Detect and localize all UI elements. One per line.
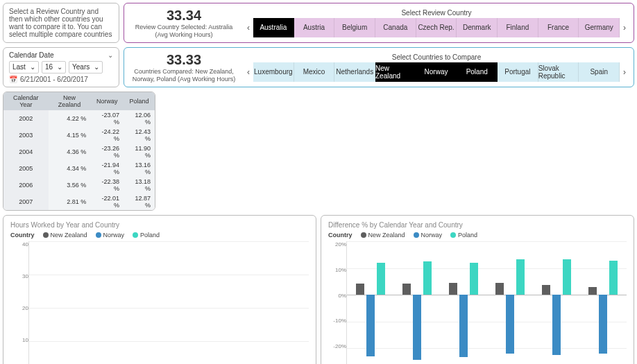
table-cell: 2006 (3, 177, 49, 193)
table-row: 20034.15 %-24.22 %12.43 % (3, 127, 155, 144)
review-kpi-sub2: (Avg Working Hours) (128, 31, 239, 39)
slicer-item-netherlands[interactable]: Netherlands (334, 62, 375, 82)
difference-table-grid: Calendar YearNew ZealandNorwayPoland2002… (3, 92, 155, 210)
slicer-item-canada[interactable]: Canada (375, 18, 416, 37)
legend-swatch (450, 232, 456, 238)
slicer-item-slovak-republic[interactable]: Slovak Republic (538, 62, 579, 82)
intro-text-content: Select a Review Country and then which o… (9, 8, 113, 38)
table-row: 20044.36 %-23.26 %11.90 % (3, 144, 155, 160)
legend-swatch (43, 232, 49, 238)
slicer-item-finland[interactable]: Finland (498, 18, 538, 37)
slicer-item-luxembourg[interactable]: Luxembourg (253, 62, 294, 82)
review-slicer: ‹AustraliaAustriaBelgiumCanadaCzech Rep.… (244, 18, 629, 37)
bar[interactable] (552, 241, 561, 364)
table-cell: 2005 (3, 160, 49, 177)
legend-swatch (361, 232, 366, 238)
bar[interactable] (563, 241, 571, 364)
table-cell: -22.38 % (90, 177, 124, 193)
bar[interactable] (599, 241, 607, 364)
review-kpi-sub1: Review Country Selected: Australia (128, 24, 239, 31)
table-header: Poland (124, 92, 155, 110)
slicer-item-portugal[interactable]: Portugal (498, 62, 538, 82)
intro-text: Select a Review Country and then which o… (3, 3, 119, 43)
difference-table: Calendar YearNew ZealandNorwayPoland2002… (3, 92, 155, 211)
date-unit-select[interactable]: Years⌄ (69, 61, 103, 73)
slicer-item-mexico[interactable]: Mexico (294, 62, 335, 82)
table-cell: 13.18 % (124, 177, 155, 193)
legend-item[interactable]: Poland (450, 232, 477, 239)
diff-chart-title: Difference % by Calendar Year and Countr… (328, 221, 627, 229)
compare-countries-panel: 33.33 Countries Compared: New Zealand, N… (124, 47, 634, 87)
legend-item[interactable]: Poland (133, 232, 160, 239)
date-unit-value: Years (72, 63, 90, 71)
scroll-right-icon[interactable]: › (620, 62, 629, 82)
bar[interactable] (413, 241, 421, 364)
legend-swatch (96, 232, 101, 238)
bar[interactable] (459, 241, 468, 364)
calendar-date-panel: Calendar Date ⌄ Last⌄ 16⌄ Years⌄ 📅 6/21/… (3, 47, 119, 87)
difference-pct-chart: Difference % by Calendar Year and Countr… (321, 215, 634, 364)
date-last-select[interactable]: Last⌄ (9, 61, 39, 73)
hours-worked-chart: Hours Worked by Year and Country Country… (3, 215, 316, 364)
slicer-item-denmark[interactable]: Denmark (457, 18, 498, 37)
table-cell: 12.06 % (124, 110, 155, 127)
slicer-item-australia[interactable]: Australia (253, 18, 294, 37)
bar[interactable] (588, 241, 597, 364)
review-kpi-value: 33.34 (128, 7, 239, 24)
date-range-text: 6/21/2001 - 6/20/2017 (20, 76, 88, 83)
bar[interactable] (470, 241, 478, 364)
scroll-right-icon[interactable]: › (620, 18, 629, 37)
table-row: 20024.22 %-23.07 %12.06 % (3, 110, 155, 127)
legend-text: Norway (421, 232, 443, 239)
table-cell: 2002 (3, 110, 49, 127)
table-cell: 2007 (3, 193, 49, 210)
legend-item[interactable]: Norway (414, 232, 443, 239)
legend-item[interactable]: New Zealand (43, 232, 87, 239)
slicer-item-france[interactable]: France (538, 18, 579, 37)
bar[interactable] (366, 241, 375, 364)
slicer-item-norway[interactable]: Norway (416, 62, 457, 82)
date-num-select[interactable]: 16⌄ (42, 61, 66, 73)
bar[interactable] (402, 241, 411, 364)
chevron-down-icon[interactable]: ⌄ (108, 51, 113, 59)
slicer-item-spain[interactable]: Spain (579, 62, 620, 82)
diff-chart-yaxis: 20%10%0%-10%-20%-30% (328, 241, 346, 364)
bar[interactable] (356, 241, 364, 364)
date-last-value: Last (12, 63, 26, 71)
table-cell: -24.22 % (90, 127, 124, 144)
table-cell: -23.26 % (90, 144, 124, 160)
bar[interactable] (609, 241, 618, 364)
calendar-icon: 📅 (9, 76, 17, 83)
bar[interactable] (542, 241, 550, 364)
scroll-left-icon[interactable]: ‹ (244, 18, 253, 37)
slicer-item-austria[interactable]: Austria (294, 18, 335, 37)
bar[interactable] (495, 241, 504, 364)
slicer-item-new-zealand[interactable]: New Zealand (375, 62, 416, 82)
slicer-item-germany[interactable]: Germany (579, 18, 620, 37)
compare-kpi: 33.33 Countries Compared: New Zealand, N… (128, 51, 239, 83)
legend-item[interactable]: New Zealand (361, 232, 405, 239)
slicer-item-belgium[interactable]: Belgium (334, 18, 375, 37)
bar-group (356, 241, 385, 364)
bar[interactable] (423, 241, 432, 364)
diff-chart-legend: CountryNew ZealandNorwayPoland (328, 232, 627, 239)
table-cell: 2004 (3, 144, 49, 160)
slicer-item-czech-rep-[interactable]: Czech Rep. (416, 18, 457, 37)
slicer-item-poland[interactable]: Poland (457, 62, 498, 82)
table-cell: 2003 (3, 127, 49, 144)
legend-item[interactable]: Norway (96, 232, 125, 239)
table-header: Calendar Year (3, 92, 49, 110)
bar[interactable] (506, 241, 514, 364)
review-slicer-title: Select Review Country (244, 9, 629, 17)
table-cell: 13.16 % (124, 160, 155, 177)
bar[interactable] (516, 241, 525, 364)
table-cell: -22.01 % (90, 193, 124, 210)
table-cell: 3.56 % (49, 177, 91, 193)
scroll-left-icon[interactable]: ‹ (244, 62, 253, 82)
bar[interactable] (377, 241, 385, 364)
compare-kpi-sub1: Countries Compared: New Zealand, Norway,… (128, 68, 239, 83)
review-kpi: 33.34 Review Country Selected: Australia… (128, 7, 239, 39)
table-header: Norway (90, 92, 124, 110)
hours-chart-title: Hours Worked by Year and Country (10, 221, 309, 229)
bar[interactable] (449, 241, 457, 364)
